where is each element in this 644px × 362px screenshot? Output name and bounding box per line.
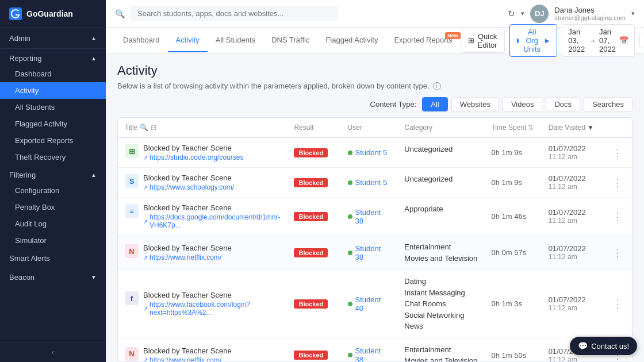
main-content: 🔍 ↻ ▾ DJ Dana Jones sturner@ggt-staging.…	[106, 0, 644, 362]
ct-docs-button[interactable]: Docs	[546, 97, 580, 111]
blue-dot-icon	[517, 38, 519, 43]
external-link-icon: ↗	[143, 218, 148, 225]
sidebar-item-dashboard[interactable]: Dashboard	[0, 66, 106, 82]
student-name: Student 38	[355, 346, 391, 362]
title-header-text: Title	[125, 124, 137, 132]
sidebar-item-all-students[interactable]: All Students	[0, 99, 106, 115]
goguardian-logo-icon	[9, 7, 22, 20]
ct-all-button[interactable]: All	[422, 97, 447, 111]
ct-videos-button[interactable]: Videos	[503, 97, 543, 111]
date-range-picker[interactable]: Jan 03, 2022 → Jan 07, 2022 📅	[562, 24, 635, 57]
sidebar-item-simulator[interactable]: Simulator	[0, 232, 106, 249]
title-search-icon[interactable]: 🔍	[140, 124, 148, 132]
student-name: Student 38	[355, 208, 391, 225]
filtering-label: Filtering	[9, 171, 36, 179]
row-url[interactable]: ↗ https://www.schoology.com/	[143, 183, 234, 191]
th-result: Result	[287, 118, 340, 138]
tab-all-students[interactable]: All Students	[208, 29, 263, 52]
user-dropdown-icon[interactable]: ▾	[631, 10, 635, 17]
ct-searches-button[interactable]: Searches	[584, 97, 632, 111]
sidebar-item-configuration[interactable]: Configuration	[0, 182, 106, 199]
sidebar-item-theft-recovery[interactable]: Theft Recovery	[0, 149, 106, 165]
quick-editor-label: Quick Editor	[478, 32, 497, 49]
time-spent: 0h 1m 9s	[491, 178, 522, 187]
date-visited: 01/07/2022	[549, 244, 596, 253]
student-link[interactable]: Student 38	[348, 208, 391, 225]
org-units-button[interactable]: All Org Units ▶	[509, 24, 558, 57]
quick-editor-button[interactable]: ⊞ Quick Editor	[461, 29, 505, 53]
avatar: DJ	[530, 5, 549, 23]
sidebar-section-admin[interactable]: Admin ▲	[0, 28, 106, 49]
table-header: Title 🔍 ⊟ Result User Category Time Spen…	[118, 118, 632, 138]
row-url[interactable]: ↗ https://www.netflix.com/	[143, 253, 232, 261]
row-title: Blocked by Teacher Scene	[143, 174, 234, 182]
url-text: https://studio.code.org/courses	[150, 153, 243, 161]
site-icon: ⊞	[125, 144, 139, 158]
row-action-menu[interactable]: ⋮	[610, 145, 625, 160]
smart-alerts-label: Smart Alerts	[9, 254, 50, 263]
student-link[interactable]: Student 5	[348, 148, 391, 157]
tab-flagged-activity[interactable]: Flagged Activity	[317, 29, 386, 52]
reporting-chevron-icon: ▲	[91, 55, 97, 61]
sidebar-item-activity[interactable]: Activity	[0, 82, 106, 99]
user-email: sturner@ggt-staging.com	[554, 14, 626, 21]
student-link[interactable]: Student 38	[348, 346, 391, 362]
reporting-section-header[interactable]: Reporting ▲	[0, 49, 106, 66]
date-sort-icon[interactable]: ▼	[587, 124, 594, 132]
tab-exported-reports[interactable]: Exported Reports New	[386, 29, 460, 52]
category-text: EntertainmentMovies and Television	[404, 241, 477, 264]
row-action-menu[interactable]: ⋮	[610, 296, 625, 311]
refresh-dropdown-icon[interactable]: ▾	[521, 10, 524, 17]
ct-websites-button[interactable]: Websites	[451, 97, 499, 111]
filtering-section-header[interactable]: Filtering ▲	[0, 165, 106, 182]
contact-us-button[interactable]: 💬 Contact us!	[570, 337, 637, 355]
date-visited: 01/07/2022	[549, 295, 596, 304]
student-link[interactable]: Student 40	[348, 295, 391, 313]
student-name: Student 5	[355, 178, 388, 187]
row-action-menu[interactable]: ⋮	[610, 245, 625, 260]
sidebar-item-penalty-box[interactable]: Penalty Box	[0, 199, 106, 215]
category-text: DatingInstant MessagingChat RoomsSocial …	[404, 276, 477, 332]
time-spent: 0h 1m 3s	[491, 299, 522, 308]
title-cell: Blocked by Teacher Scene ↗ https://studi…	[143, 144, 243, 161]
time-sort-icon[interactable]: ⇅	[528, 124, 534, 132]
beacon-label: Beacon	[9, 273, 34, 282]
th-actions	[603, 118, 632, 138]
sidebar-item-audit-log[interactable]: Audit Log	[0, 215, 106, 232]
sidebar-section-filtering: Filtering ▲ Configuration Penalty Box Au…	[0, 165, 106, 249]
title-cell: Blocked by Teacher Scene ↗ https://www.s…	[143, 174, 234, 191]
sidebar-item-flagged-activity[interactable]: Flagged Activity	[0, 115, 106, 132]
download-button[interactable]: ↓ ▾	[639, 33, 644, 48]
external-link-icon: ↗	[143, 357, 148, 362]
sidebar-item-beacon[interactable]: Beacon ▼	[0, 268, 106, 287]
sidebar-item-exported-reports[interactable]: Exported Reports	[0, 132, 106, 149]
tab-dashboard[interactable]: Dashboard	[115, 29, 168, 52]
time-visited: 11:12 am	[549, 183, 596, 191]
refresh-icon[interactable]: ↻	[508, 9, 515, 19]
row-title: Blocked by Teacher Scene	[143, 244, 232, 252]
title-filter-icon[interactable]: ⊟	[151, 124, 156, 132]
sidebar-item-smart-alerts[interactable]: Smart Alerts	[0, 249, 106, 268]
student-link[interactable]: Student 5	[348, 178, 391, 187]
time-spent: 0h 0m 57s	[491, 248, 526, 257]
row-action-menu[interactable]: ⋮	[610, 209, 625, 224]
tab-dns-traffic[interactable]: DNS Traffic	[263, 29, 317, 52]
row-url[interactable]: ↗ https://www.netflix.com/	[143, 356, 232, 363]
date-end: Jan 07, 2022	[599, 28, 616, 53]
row-title: Blocked by Teacher Scene	[143, 144, 243, 152]
online-dot	[348, 353, 352, 357]
row-url[interactable]: ↗ https://www.facebook.com/login?next=ht…	[143, 301, 280, 317]
tab-activity[interactable]: Activity	[168, 29, 208, 52]
online-dot	[348, 302, 352, 306]
info-icon[interactable]: i	[433, 82, 441, 90]
sidebar: GoGuardian Admin ▲ Reporting ▲ Dashboard…	[0, 0, 106, 362]
time-spent: 0h 1m 46s	[491, 212, 526, 221]
student-link[interactable]: Student 38	[348, 244, 391, 261]
sidebar-collapse-btn[interactable]: ‹	[0, 342, 106, 362]
time-visited: 11:12 am	[549, 356, 596, 363]
row-url[interactable]: ↗ https://docs.google.com/document/d/1mn…	[143, 213, 280, 229]
topbar: 🔍 ↻ ▾ DJ Dana Jones sturner@ggt-staging.…	[106, 0, 644, 28]
search-input[interactable]	[131, 6, 338, 21]
row-url[interactable]: ↗ https://studio.code.org/courses	[143, 153, 243, 161]
row-action-menu[interactable]: ⋮	[610, 175, 625, 190]
